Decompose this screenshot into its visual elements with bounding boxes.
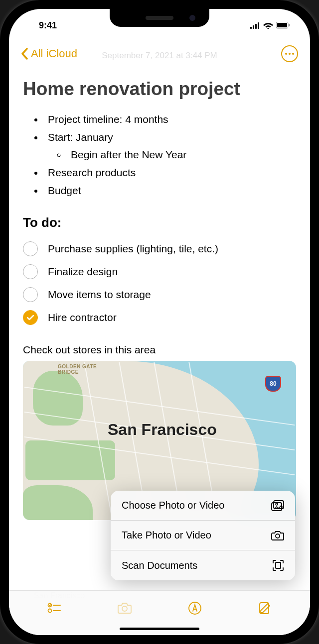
back-label: All iCloud bbox=[31, 47, 77, 60]
svg-rect-6 bbox=[289, 24, 290, 26]
checkbox-unchecked-icon[interactable] bbox=[23, 287, 38, 302]
menu-label: Take Photo or Video bbox=[122, 530, 211, 541]
list-item[interactable]: Budget bbox=[44, 182, 296, 200]
bullet-list[interactable]: Project timeline: 4 months Start: Januar… bbox=[9, 106, 310, 204]
svg-point-9 bbox=[292, 53, 294, 55]
menu-item-scan-documents[interactable]: Scan Documents bbox=[111, 550, 295, 580]
checklist: Purchase supplies (lighting, tile, etc.)… bbox=[9, 234, 310, 332]
svg-rect-2 bbox=[255, 24, 257, 29]
checklist-label[interactable]: Move items to storage bbox=[48, 289, 151, 301]
battery-icon bbox=[276, 22, 290, 29]
svg-point-12 bbox=[276, 503, 278, 505]
list-item[interactable]: Begin after the New Year bbox=[67, 146, 296, 164]
menu-item-choose-photo[interactable]: Choose Photo or Video bbox=[111, 491, 295, 521]
menu-label: Scan Documents bbox=[122, 560, 197, 571]
cellular-icon bbox=[250, 22, 260, 29]
checkbox-unchecked-icon[interactable] bbox=[23, 241, 38, 256]
markup-icon bbox=[188, 601, 202, 615]
svg-rect-3 bbox=[258, 22, 259, 29]
svg-rect-1 bbox=[253, 25, 254, 29]
checklist-icon bbox=[47, 603, 61, 614]
svg-rect-14 bbox=[276, 562, 281, 568]
note-timestamp: September 7, 2021 at 3:44 PM bbox=[102, 51, 217, 61]
checklist-button[interactable] bbox=[44, 598, 64, 618]
more-button[interactable] bbox=[281, 45, 298, 62]
menu-label: Choose Photo or Video bbox=[122, 500, 224, 511]
wifi-icon bbox=[263, 22, 273, 29]
checkbox-checked-icon[interactable] bbox=[23, 310, 38, 325]
checklist-item[interactable]: Move items to storage bbox=[23, 283, 296, 306]
svg-point-8 bbox=[289, 53, 291, 55]
svg-rect-5 bbox=[277, 23, 287, 27]
svg-rect-11 bbox=[274, 501, 284, 509]
city-label: San Francisco bbox=[108, 421, 217, 439]
camera-toolbar-button[interactable] bbox=[115, 598, 135, 618]
note-title[interactable]: Home renovation project bbox=[9, 69, 310, 106]
checklist-item[interactable]: Hire contractor bbox=[23, 306, 296, 329]
svg-point-7 bbox=[285, 53, 287, 55]
checklist-item[interactable]: Purchase supplies (lighting, tile, etc.) bbox=[23, 237, 296, 260]
map-caption[interactable]: Check out stores in this area bbox=[9, 332, 310, 361]
checkbox-unchecked-icon[interactable] bbox=[23, 264, 38, 279]
back-button[interactable]: All iCloud bbox=[21, 47, 77, 60]
camera-icon bbox=[271, 531, 284, 540]
list-item[interactable]: Research products bbox=[44, 164, 296, 182]
compose-icon bbox=[259, 602, 272, 615]
checklist-label[interactable]: Hire contractor bbox=[48, 312, 117, 323]
chevron-left-icon bbox=[21, 48, 28, 60]
camera-icon bbox=[117, 602, 132, 614]
scan-icon bbox=[272, 559, 284, 571]
status-time: 9:41 bbox=[39, 20, 57, 31]
svg-point-13 bbox=[276, 534, 280, 538]
list-item[interactable]: Start: January Begin after the New Year bbox=[44, 128, 296, 164]
svg-point-17 bbox=[48, 609, 51, 612]
checklist-label[interactable]: Finalize design bbox=[48, 266, 118, 278]
markup-button[interactable] bbox=[185, 598, 205, 618]
home-indicator[interactable] bbox=[120, 628, 199, 630]
bridge-label: GOLDEN GATE BRIDGE bbox=[58, 364, 97, 375]
svg-point-19 bbox=[122, 606, 127, 611]
todo-heading[interactable]: To do: bbox=[9, 204, 310, 234]
checklist-item[interactable]: Finalize design bbox=[23, 260, 296, 283]
compose-button[interactable] bbox=[255, 598, 275, 618]
svg-rect-0 bbox=[250, 27, 252, 29]
highway-shield: 80 bbox=[265, 376, 281, 392]
attachment-menu: Choose Photo or Video Take Photo or Vide… bbox=[111, 491, 295, 580]
photo-library-icon bbox=[271, 500, 284, 511]
checklist-label[interactable]: Purchase supplies (lighting, tile, etc.) bbox=[48, 243, 218, 255]
list-item[interactable]: Project timeline: 4 months bbox=[44, 110, 296, 128]
ellipsis-icon bbox=[285, 53, 294, 55]
menu-item-take-photo[interactable]: Take Photo or Video bbox=[111, 521, 295, 550]
